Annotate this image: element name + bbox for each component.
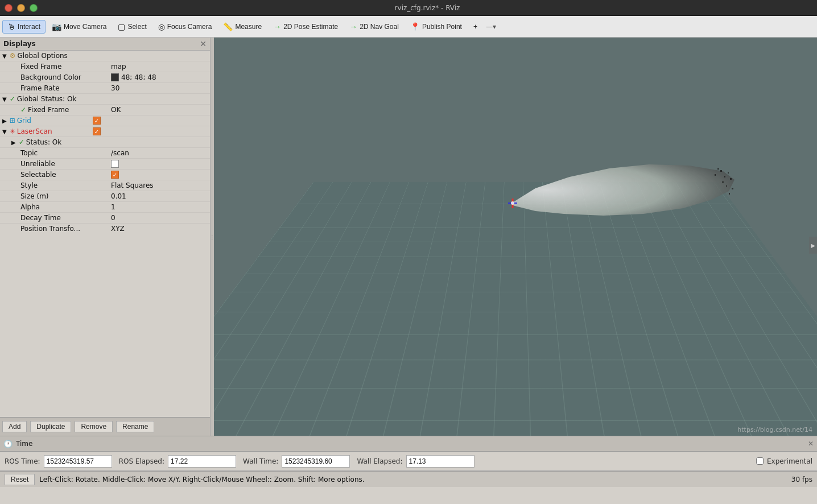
3d-viewport[interactable]: ▶ https://blog.csdn.net/14 bbox=[214, 38, 817, 436]
select-label: Select bbox=[127, 23, 146, 31]
wall-time-input[interactable] bbox=[282, 455, 350, 468]
background-color-value: 48; 48; 48 bbox=[121, 73, 156, 81]
measure-button[interactable]: 📏 Measure bbox=[218, 20, 267, 34]
selectable-label: Selectable bbox=[20, 171, 56, 179]
global-status-expand[interactable]: ▼ bbox=[2, 96, 7, 102]
svg-rect-6 bbox=[728, 172, 729, 173]
time-panel-close-button[interactable]: ✕ bbox=[808, 440, 814, 448]
viewport-expand-button[interactable]: ▶ bbox=[809, 237, 817, 254]
publish-point-icon: 📍 bbox=[410, 22, 420, 31]
ros-elapsed-input[interactable] bbox=[168, 455, 236, 468]
global-options-label: Global Options bbox=[17, 52, 67, 60]
svg-rect-1 bbox=[720, 170, 722, 172]
pose-estimate-button[interactable]: → 2D Pose Estimate bbox=[268, 20, 343, 34]
select-button[interactable]: ▢ Select bbox=[113, 20, 151, 34]
frame-rate-value: 30 bbox=[111, 84, 119, 92]
selectable-row[interactable]: Selectable ✓ bbox=[0, 170, 210, 180]
unreliable-label: Unreliable bbox=[20, 160, 55, 168]
watermark-text: https://blog.csdn.net/14 bbox=[737, 426, 812, 433]
unreliable-row[interactable]: Unreliable bbox=[0, 159, 210, 170]
measure-label: Measure bbox=[235, 23, 262, 31]
background-color-row[interactable]: Background Color 48; 48; 48 bbox=[0, 72, 210, 83]
fixed-frame-row[interactable]: Fixed Frame map bbox=[0, 61, 210, 72]
minimize-button[interactable] bbox=[17, 4, 25, 12]
ros-time-input[interactable] bbox=[44, 455, 112, 468]
experimental-group: Experimental bbox=[756, 457, 812, 465]
decay-time-row[interactable]: Decay Time 0 bbox=[0, 213, 210, 224]
position-transform-row[interactable]: Position Transfo... XYZ bbox=[0, 224, 210, 234]
size-label: Size (m) bbox=[20, 192, 49, 200]
topic-value: /scan bbox=[111, 149, 129, 157]
global-options-row[interactable]: ▼ ⚙ Global Options bbox=[0, 51, 210, 61]
fixed-frame-status-icon: ✓ bbox=[20, 106, 26, 114]
time-panel: 🕐 Time ✕ bbox=[0, 436, 817, 452]
ros-time-group: ROS Time: bbox=[5, 455, 112, 468]
focus-camera-button[interactable]: ◎ Focus Camera bbox=[153, 20, 217, 34]
close-button[interactable] bbox=[5, 4, 13, 12]
ros-elapsed-group: ROS Elapsed: bbox=[119, 455, 236, 468]
global-status-check-icon: ✓ bbox=[10, 95, 15, 103]
reset-button[interactable]: Reset bbox=[5, 474, 35, 485]
move-camera-icon: 📷 bbox=[52, 22, 61, 31]
laserscan-visible-checkbox[interactable]: ✓ bbox=[93, 127, 101, 135]
alpha-label: Alpha bbox=[20, 203, 40, 211]
svg-rect-3 bbox=[722, 181, 724, 183]
frame-rate-row[interactable]: Frame Rate 30 bbox=[0, 83, 210, 94]
style-row[interactable]: Style Flat Squares bbox=[0, 180, 210, 191]
svg-rect-5 bbox=[730, 178, 732, 180]
laserscan-status-icon: ✓ bbox=[19, 138, 24, 146]
pose-estimate-label: 2D Pose Estimate bbox=[283, 23, 338, 31]
topic-row[interactable]: Topic /scan bbox=[0, 148, 210, 159]
add-toolbar-button[interactable]: + bbox=[468, 20, 482, 33]
decay-time-label: Decay Time bbox=[20, 214, 61, 222]
grid-row[interactable]: ▶ ⊞ Grid ✓ bbox=[0, 115, 210, 126]
global-status-row[interactable]: ▼ ✓ Global Status: Ok bbox=[0, 94, 210, 105]
focus-camera-icon: ◎ bbox=[158, 22, 165, 31]
publish-point-label: Publish Point bbox=[422, 23, 462, 31]
global-status-label: Global Status: Ok bbox=[17, 95, 77, 103]
laserscan-status-row[interactable]: ▶ ✓ Status: Ok bbox=[0, 137, 210, 148]
displays-empty-area bbox=[0, 234, 210, 417]
laser-scan-visualization bbox=[467, 137, 752, 279]
remove-display-button[interactable]: Remove bbox=[75, 421, 113, 432]
display-buttons-bar: Add Duplicate Remove Rename bbox=[0, 417, 210, 436]
rename-display-button[interactable]: Rename bbox=[116, 421, 154, 432]
displays-header: Displays ✕ bbox=[0, 38, 210, 51]
style-value: Flat Squares bbox=[111, 181, 154, 189]
toolbar-menu-icon[interactable]: —▾ bbox=[484, 23, 498, 31]
grid-visible-checkbox[interactable]: ✓ bbox=[93, 117, 101, 125]
alpha-row[interactable]: Alpha 1 bbox=[0, 202, 210, 213]
time-controls: ROS Time: ROS Elapsed: Wall Time: Wall E… bbox=[0, 452, 817, 471]
displays-close-button[interactable]: ✕ bbox=[200, 39, 207, 48]
svg-rect-7 bbox=[717, 168, 719, 170]
fixed-frame-status-value: OK bbox=[111, 106, 121, 114]
global-options-expand[interactable]: ▼ bbox=[2, 53, 7, 59]
maximize-button[interactable] bbox=[30, 4, 38, 12]
unreliable-checkbox[interactable] bbox=[111, 160, 119, 168]
duplicate-display-button[interactable]: Duplicate bbox=[30, 421, 71, 432]
experimental-label: Experimental bbox=[767, 457, 812, 465]
size-row[interactable]: Size (m) 0.01 bbox=[0, 191, 210, 202]
wall-elapsed-input[interactable] bbox=[406, 455, 474, 468]
grid-icon: ⊞ bbox=[10, 117, 15, 125]
laserscan-label: LaserScan bbox=[17, 127, 52, 135]
laserscan-expand[interactable]: ▼ bbox=[2, 129, 7, 135]
laserscan-row[interactable]: ▼ ✳ LaserScan ✓ bbox=[0, 126, 210, 137]
global-options-icon: ⚙ bbox=[10, 52, 16, 60]
selectable-checkbox[interactable]: ✓ bbox=[111, 171, 119, 179]
laserscan-status-expand[interactable]: ▶ bbox=[11, 139, 16, 146]
ros-elapsed-label: ROS Elapsed: bbox=[119, 457, 164, 465]
move-camera-button[interactable]: 📷 Move Camera bbox=[47, 20, 112, 34]
nav-goal-button[interactable]: → 2D Nav Goal bbox=[344, 20, 404, 34]
experimental-checkbox[interactable] bbox=[756, 457, 764, 465]
add-display-button[interactable]: Add bbox=[2, 421, 27, 432]
decay-time-value: 0 bbox=[111, 214, 115, 222]
background-color-swatch[interactable] bbox=[111, 73, 119, 81]
publish-point-button[interactable]: 📍 Publish Point bbox=[405, 20, 467, 34]
svg-rect-8 bbox=[715, 174, 716, 176]
interact-icon: 🖱 bbox=[7, 22, 15, 31]
interact-button[interactable]: 🖱 Interact bbox=[2, 20, 46, 34]
grid-expand[interactable]: ▶ bbox=[2, 118, 7, 124]
pose-estimate-icon: → bbox=[273, 22, 281, 31]
svg-rect-10 bbox=[729, 193, 730, 195]
